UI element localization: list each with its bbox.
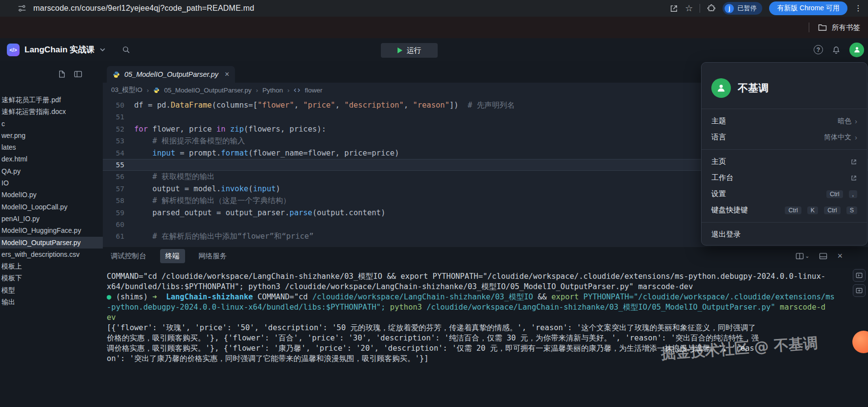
python-file-icon: [153, 87, 160, 93]
file-item[interactable]: 输出: [0, 296, 103, 308]
key-badge: Ctrl: [785, 206, 801, 214]
line-number: 58: [105, 195, 124, 206]
line-number: 52: [105, 123, 124, 135]
close-panel-icon[interactable]: ×: [837, 251, 843, 260]
key-badge: Ctrl: [826, 190, 843, 198]
line-number: 56: [105, 171, 124, 182]
file-list: 速鲜花员工手册.pdf速鲜花运营指南.docxcwer.pnglatesdex.…: [0, 94, 103, 308]
terminal-line: 价格的实惠，吸引顾客购买。'}, {'flower': '百合', 'price…: [107, 333, 866, 343]
all-bookmarks-label[interactable]: 所有书签: [832, 23, 860, 32]
editor-tab[interactable]: 05_ModelIO_OutputParser.py ×: [107, 66, 235, 83]
site-settings-icon[interactable]: [18, 4, 26, 13]
browser-topbar: marscode.cn/course/9erl12yejee4qj?code_p…: [0, 0, 868, 17]
url-bar[interactable]: marscode.cn/course/9erl12yejee4qj?code_p…: [33, 4, 254, 13]
menu-item-workbench[interactable]: 工作台: [702, 170, 867, 186]
split-terminal-icon[interactable]: ⌄: [796, 252, 809, 260]
terminal-side-button-top[interactable]: [853, 269, 866, 282]
file-item[interactable]: 速鲜花员工手册.pdf: [0, 94, 103, 106]
file-item[interactable]: wer.png: [0, 130, 103, 141]
menu-item-home[interactable]: 主页: [702, 154, 867, 170]
run-button[interactable]: 运行: [381, 43, 438, 58]
search-icon[interactable]: [122, 45, 130, 54]
file-item[interactable]: 模板下: [0, 272, 103, 284]
code-text: # 获取模型的输出: [134, 171, 215, 182]
file-item[interactable]: ers_with_descriptions.csv: [0, 249, 103, 260]
key-badge: Ctrl: [824, 206, 840, 214]
screen: marscode.cn/course/9erl12yejee4qj?code_p…: [0, 0, 868, 407]
code-text: input = prompt.format(flower_name=flower…: [134, 147, 399, 159]
user-avatar[interactable]: [849, 43, 864, 57]
terminal-line: x64/bundled/libs:$PYTHONPATH"; python3 /…: [107, 282, 866, 292]
line-number: 53: [105, 135, 124, 147]
code-text: # 在解析后的输出中添加“flower”和“price”: [134, 230, 313, 242]
file-item[interactable]: ModelIO_LoopCall.py: [0, 201, 103, 213]
file-item[interactable]: penAI_IO.py: [0, 213, 103, 225]
open-editors-panel-icon[interactable]: [74, 70, 82, 78]
menu-item-language[interactable]: 语言 简体中文›: [702, 129, 867, 145]
breadcrumb-symbol[interactable]: flower: [305, 87, 322, 94]
help-icon[interactable]: ?: [814, 45, 823, 54]
terminal-line: ● (shims) ➜ LangChain-shizhanke COMMAND=…: [107, 292, 866, 302]
file-item[interactable]: 速鲜花运营指南.docx: [0, 106, 103, 117]
code-text: # 根据提示准备模型的输入: [134, 135, 245, 147]
line-number: 51: [105, 111, 124, 123]
file-item[interactable]: c: [0, 118, 103, 130]
file-item[interactable]: QA.py: [0, 165, 103, 177]
breadcrumb-separator: ›: [256, 87, 258, 94]
symbol-code-icon: [294, 87, 300, 93]
tab-terminal[interactable]: 终端: [160, 249, 185, 263]
file-item[interactable]: IO: [0, 177, 103, 189]
tab-close-icon[interactable]: ×: [225, 70, 229, 78]
paused-extension-badge[interactable]: j 已暂停: [723, 2, 762, 15]
menu-item-theme[interactable]: 主题 暗色›: [702, 113, 867, 129]
marscode-logo: </>: [7, 44, 20, 56]
line-number: 50: [105, 99, 124, 111]
bookmarks-folder-icon[interactable]: [818, 23, 827, 31]
tab-network-service[interactable]: 网络服务: [199, 251, 227, 261]
file-item[interactable]: dex.html: [0, 153, 103, 165]
terminal-line: on': '突出了康乃馨的价格实惠，同时强调了它能带来的温馨和浪漫氛围，吸引顾客…: [107, 354, 866, 364]
terminal-side-button-bottom[interactable]: [853, 284, 866, 297]
extensions-puzzle-icon[interactable]: [707, 4, 716, 13]
line-number: 60: [105, 219, 124, 230]
avatar: [711, 78, 731, 98]
divider: [700, 4, 700, 13]
bookmarks-bar: 所有书签: [0, 17, 868, 38]
menu-item-settings[interactable]: 设置 Ctrl,: [702, 186, 867, 202]
file-item[interactable]: ModelIO_HuggingFace.py: [0, 225, 103, 236]
file-explorer-sidebar: 速鲜花员工手册.pdf速鲜花运营指南.docxcwer.pnglatesdex.…: [0, 61, 103, 407]
browser-menu-icon[interactable]: ⋮: [854, 4, 862, 12]
breadcrumb-language[interactable]: Python: [262, 87, 283, 94]
code-text: df = pd.DataFrame(columns=["flower", "pr…: [134, 99, 515, 111]
file-item[interactable]: ModelIO.py: [0, 189, 103, 201]
file-item[interactable]: 模型: [0, 284, 103, 296]
file-item[interactable]: 模板上: [0, 260, 103, 272]
chrome-update-button[interactable]: 有新版 Chrome 可用: [769, 1, 847, 15]
ide-header: </> LangChain 实战课 运行 ?: [0, 38, 868, 61]
breadcrumb-separator: ›: [287, 87, 289, 94]
breadcrumb-separator: ›: [147, 87, 149, 94]
file-item[interactable]: lates: [0, 141, 103, 153]
new-file-icon[interactable]: [58, 70, 66, 78]
username: 不基调: [738, 81, 769, 95]
python-file-icon: [113, 71, 120, 78]
code-text: parsed_output = output_parser.parse(outp…: [134, 207, 385, 219]
tab-debug-console[interactable]: 调试控制台: [111, 251, 146, 261]
play-icon: [398, 47, 402, 53]
notifications-bell-icon[interactable]: [832, 45, 841, 54]
terminal-line: [{'flower': '玫瑰', 'price': '50', 'descri…: [107, 323, 866, 333]
chevron-down-icon[interactable]: [100, 48, 105, 51]
menu-item-shortcuts[interactable]: 键盘快捷键 CtrlKCtrlS: [702, 202, 867, 218]
open-in-new-icon[interactable]: [670, 4, 678, 13]
file-item[interactable]: ModelIO_OutputParser.py: [0, 237, 103, 249]
chevron-right-icon: ›: [855, 117, 857, 125]
chevron-right-icon: ›: [855, 133, 857, 141]
terminal-output[interactable]: COMMAND="cd /cloudide/workspace/LangChai…: [103, 265, 868, 407]
maximize-panel-icon[interactable]: [819, 252, 827, 260]
bookmark-star-icon[interactable]: ☆: [685, 4, 693, 13]
breadcrumb-file[interactable]: 05_ModelIO_OutputParser.py: [164, 87, 252, 94]
terminal-line: 调价格实惠，吸引顾客购买。'}, {'flower': '康乃馨', 'pric…: [107, 343, 866, 354]
key-badge: S: [846, 206, 857, 214]
breadcrumb-folder[interactable]: 03_模型IO: [111, 86, 142, 94]
menu-item-logout[interactable]: 退出登录: [702, 226, 867, 243]
